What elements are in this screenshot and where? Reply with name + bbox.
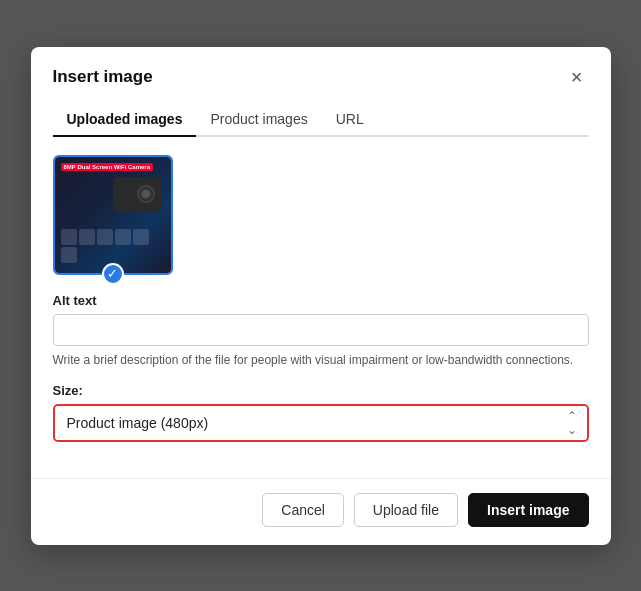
modal-footer: Cancel Upload file Insert image bbox=[31, 478, 611, 545]
image-thumb-wrapper: 8MP Dual Screen WiFi Camera ✓ bbox=[53, 155, 173, 275]
modal-header: Insert image × bbox=[31, 47, 611, 89]
camera-icon-box bbox=[115, 229, 131, 245]
size-label: Size: bbox=[53, 383, 589, 398]
tab-uploaded-images[interactable]: Uploaded images bbox=[53, 103, 197, 137]
camera-icons-row bbox=[61, 229, 165, 263]
camera-icon-box bbox=[61, 247, 77, 263]
upload-file-button[interactable]: Upload file bbox=[354, 493, 458, 527]
tab-product-images[interactable]: Product images bbox=[196, 103, 321, 137]
camera-icon-box bbox=[133, 229, 149, 245]
camera-lens bbox=[137, 185, 155, 203]
tabs-bar: Uploaded images Product images URL bbox=[53, 103, 589, 137]
camera-image: 8MP Dual Screen WiFi Camera bbox=[55, 157, 171, 273]
alt-text-hint: Write a brief description of the file fo… bbox=[53, 351, 589, 369]
size-select[interactable]: Product image (480px) Small (240px) Medi… bbox=[55, 406, 587, 440]
alt-text-input[interactable] bbox=[53, 314, 589, 346]
alt-text-section: Alt text Write a brief description of th… bbox=[53, 293, 589, 369]
camera-icon-box bbox=[79, 229, 95, 245]
modal-body: 8MP Dual Screen WiFi Camera ✓ bbox=[31, 137, 611, 478]
size-select-wrapper: Product image (480px) Small (240px) Medi… bbox=[53, 404, 589, 442]
selected-checkmark: ✓ bbox=[102, 263, 124, 285]
modal-dialog: Insert image × Uploaded images Product i… bbox=[31, 47, 611, 545]
close-button[interactable]: × bbox=[565, 65, 589, 89]
alt-text-label: Alt text bbox=[53, 293, 589, 308]
camera-icon-box bbox=[61, 229, 77, 245]
cancel-button[interactable]: Cancel bbox=[262, 493, 344, 527]
insert-image-button[interactable]: Insert image bbox=[468, 493, 588, 527]
images-grid: 8MP Dual Screen WiFi Camera ✓ bbox=[53, 155, 589, 275]
image-thumbnail[interactable]: 8MP Dual Screen WiFi Camera bbox=[53, 155, 173, 275]
tab-url[interactable]: URL bbox=[322, 103, 378, 137]
camera-icon-box bbox=[97, 229, 113, 245]
modal-title: Insert image bbox=[53, 67, 153, 87]
camera-badge: 8MP Dual Screen WiFi Camera bbox=[61, 163, 154, 171]
size-section: Size: Product image (480px) Small (240px… bbox=[53, 383, 589, 442]
